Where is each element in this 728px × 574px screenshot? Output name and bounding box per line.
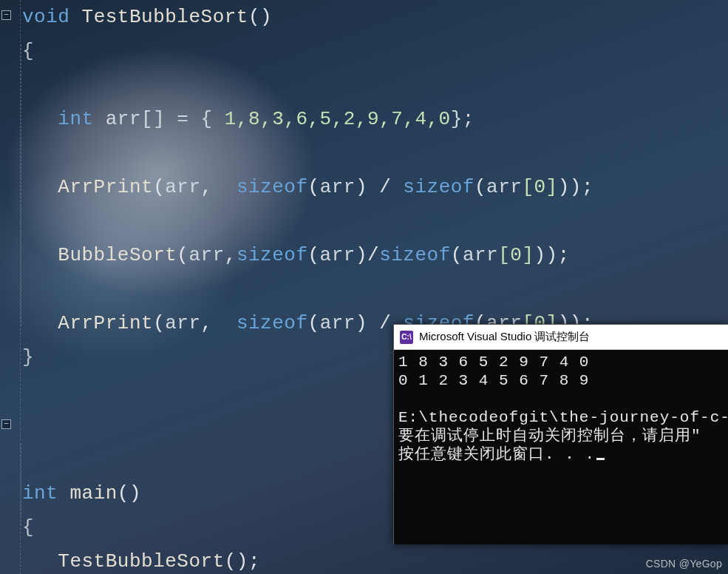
paren-close: ) <box>534 244 546 266</box>
vs-icon: C:\ <box>400 331 413 344</box>
paren-close: ) <box>558 176 570 198</box>
identifier-arr: arr <box>463 244 498 266</box>
operator-divide: / <box>367 176 403 198</box>
output-hint-2: 按任意键关闭此窗口. . . <box>398 446 595 463</box>
comma: , <box>225 244 237 266</box>
identifier-arr: arr <box>320 312 356 334</box>
fn-arrprint: ArrPrint <box>58 176 153 198</box>
watermark: CSDN @YeGop <box>646 558 722 570</box>
keyword-sizeof: sizeof <box>237 176 308 198</box>
keyword-int: int <box>22 482 58 504</box>
console-title: Microsoft Visual Studio 调试控制台 <box>419 330 590 344</box>
paren-open: ( <box>451 244 463 266</box>
call-end: (); <box>225 550 260 573</box>
paren-close: ) <box>356 176 367 198</box>
fn-bubblesort: BubbleSort <box>58 244 177 266</box>
stmt-end: ); <box>546 244 570 266</box>
keyword-void: void <box>22 6 69 28</box>
operator-divide: / <box>367 244 379 266</box>
console-output: 1 8 3 6 5 2 9 7 4 0 0 1 2 3 4 5 6 7 8 9 … <box>394 350 728 467</box>
comma: , <box>201 312 225 334</box>
fn-testbubblesort: TestBubbleSort <box>82 6 248 28</box>
paren-open: ( <box>177 244 188 266</box>
fold-toggle[interactable]: − <box>1 10 11 20</box>
paren-open: ( <box>153 312 165 334</box>
paren-open: ( <box>153 176 165 198</box>
keyword-sizeof: sizeof <box>237 312 308 334</box>
brace-open: { <box>22 40 34 62</box>
index-zero: [0] <box>522 176 557 198</box>
indent-guide <box>21 444 21 525</box>
paren-open: ( <box>308 176 320 198</box>
fn-main: main <box>69 482 117 504</box>
paren-close: ) <box>356 312 367 334</box>
comma: , <box>201 176 225 198</box>
output-line-2: 0 1 2 3 4 5 6 7 8 9 <box>398 372 589 389</box>
output-path: E:\thecodeofgit\the-journey-of-c-langu <box>398 409 728 426</box>
array-decl: arr[] = { <box>106 108 225 130</box>
paren: () <box>118 482 141 504</box>
brace-close: } <box>22 346 34 368</box>
paren-close: ) <box>356 244 367 266</box>
editor-gutter: − − <box>0 0 21 574</box>
paren-open: ( <box>474 176 486 198</box>
keyword-sizeof: sizeof <box>403 176 474 198</box>
identifier-arr: arr <box>320 176 356 198</box>
keyword-sizeof: sizeof <box>379 244 451 266</box>
brace-open: { <box>22 516 34 538</box>
keyword-sizeof: sizeof <box>237 244 308 266</box>
identifier-arr: arr <box>165 176 200 198</box>
fn-call-testbubblesort: TestBubbleSort <box>58 550 224 573</box>
array-decl-end: }; <box>451 108 474 130</box>
identifier-arr: arr <box>188 244 224 266</box>
output-line-1: 1 8 3 6 5 2 9 7 4 0 <box>398 354 589 371</box>
identifier-arr: arr <box>165 312 200 334</box>
paren-open: ( <box>308 312 320 334</box>
fold-toggle[interactable]: − <box>1 419 11 429</box>
text-cursor <box>596 458 605 460</box>
index-zero: [0] <box>498 244 534 266</box>
code-editor[interactable]: − − void TestBubbleSort() { int arr[] = … <box>0 0 728 574</box>
array-values: 1,8,3,6,5,2,9,7,4,0 <box>225 108 451 130</box>
console-titlebar[interactable]: C:\ Microsoft Visual Studio 调试控制台 <box>394 325 728 350</box>
paren-open: ( <box>308 244 320 266</box>
debug-console-window[interactable]: C:\ Microsoft Visual Studio 调试控制台 1 8 3 … <box>393 324 728 544</box>
stmt-end: ); <box>570 176 593 198</box>
fn-arrprint: ArrPrint <box>58 312 153 334</box>
paren: () <box>248 6 272 28</box>
identifier-arr: arr <box>320 244 356 266</box>
identifier-arr: arr <box>486 176 522 198</box>
indent-guide <box>21 44 21 325</box>
output-hint-1: 要在调试停止时自动关闭控制台，请启用" <box>398 428 701 445</box>
keyword-int: int <box>58 108 93 130</box>
